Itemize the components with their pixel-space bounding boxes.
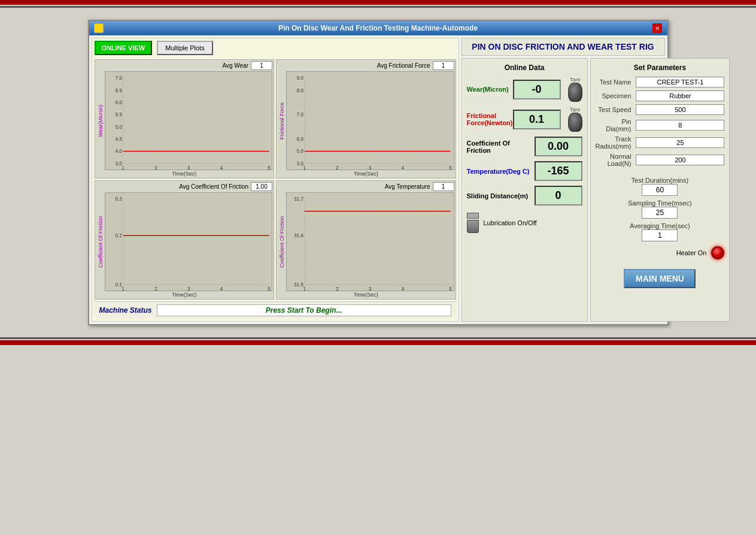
title-bar: Pin On Disc Wear And Friction Testing Ma… <box>89 21 667 35</box>
lubrication-icon-body <box>467 220 479 233</box>
main-window: Pin On Disc Wear And Friction Testing Ma… <box>88 20 669 325</box>
wear-row: Wear(Micron) -0 Tare <box>467 77 582 102</box>
heater-row: Heater On <box>596 246 725 259</box>
chart-temp-wrapper: Coefficient Of Friction <box>278 192 454 291</box>
right-content: Online Data Wear(Micron) -0 Tare <box>462 58 665 322</box>
svg-text:3: 3 <box>369 165 372 170</box>
ff-tare-knob[interactable] <box>568 113 582 132</box>
test-duration-group: Test Duration(mins) <box>596 177 725 196</box>
test-speed-label: Test Speed <box>596 106 631 113</box>
pin-dia-label: Pin Dia(mm) <box>596 118 631 132</box>
wear-value: -0 <box>513 80 561 99</box>
chart-temp-y-label: Coefficient Of Friction <box>278 192 286 291</box>
svg-text:1: 1 <box>303 165 306 170</box>
svg-text:3: 3 <box>187 165 190 170</box>
chart-wear-svg: 7.0 6.5 6.0 5.5 5.0 4.5 4.0 3.0 1 2 <box>105 72 272 170</box>
plot-coeff: Avg Coefficient Of Friction Coefficient … <box>95 180 275 300</box>
online-view-button[interactable]: ONLINE VIEW <box>95 41 153 55</box>
svg-text:1: 1 <box>303 286 306 291</box>
track-radius-value[interactable] <box>636 137 724 148</box>
heater-indicator <box>711 246 724 259</box>
track-radius-row: Track Radius(mm) <box>596 135 725 150</box>
averaging-time-value[interactable] <box>642 229 678 241</box>
left-panel: ONLINE VIEW Multiple Plots Avg Wear Wear… <box>92 38 459 322</box>
lubrication-label: Lubrication On/Off <box>484 219 537 226</box>
multiple-plots-button[interactable]: Multiple Plots <box>157 41 212 55</box>
avg-temp-value[interactable] <box>433 182 454 191</box>
online-data-section: Online Data Wear(Micron) -0 Tare <box>462 58 588 322</box>
averaging-time-label: Averaging Time(sec) <box>630 222 690 229</box>
normal-load-label: Normal Load(N) <box>596 153 631 167</box>
specimen-value[interactable] <box>636 90 724 101</box>
test-speed-value[interactable] <box>636 104 724 115</box>
plot-header-coeff: Avg Coefficient Of Friction <box>96 182 273 191</box>
avg-coeff-value[interactable] <box>251 182 272 191</box>
machine-status-label: Machine Status <box>99 306 152 315</box>
svg-text:3: 3 <box>369 286 372 291</box>
chart-temp-x-label: Time(Sec) <box>278 292 454 298</box>
svg-text:5: 5 <box>268 165 271 170</box>
chart-wear-y-label: Wear(Micron) <box>96 71 105 170</box>
window-body: ONLINE VIEW Multiple Plots Avg Wear Wear… <box>89 35 667 324</box>
window-icon <box>94 23 104 33</box>
plot-avg-wear: Avg Wear Wear(Micron) <box>95 59 275 179</box>
svg-text:0.3: 0.3 <box>115 197 122 202</box>
chart-coeff-wrapper: Coefficient Of Friction <box>96 192 273 291</box>
test-name-value[interactable] <box>636 77 724 87</box>
svg-text:2: 2 <box>154 286 157 291</box>
test-duration-label: Test Duration(mins) <box>631 177 688 184</box>
specimen-label: Specimen <box>596 92 631 99</box>
svg-text:5: 5 <box>268 286 271 291</box>
svg-text:7.0: 7.0 <box>115 75 122 81</box>
plot-header-temp: Avg Temperature <box>278 182 454 191</box>
track-radius-label: Track Radius(mm) <box>596 135 631 150</box>
avg-wear-label: Avg Wear <box>222 62 248 69</box>
chart-coeff-inner: 0.3 0.2 0.1 1 2 3 4 5 <box>105 192 273 291</box>
bottom-bar1 <box>0 337 756 339</box>
normal-load-row: Normal Load(N) <box>596 153 725 167</box>
ff-tare: Tare <box>568 107 582 132</box>
main-menu-button[interactable]: MAIN MENU <box>624 269 696 288</box>
chart-temp-inner: 31.7 31.6 31.5 1 2 3 4 5 <box>286 192 454 291</box>
test-duration-value[interactable] <box>642 184 678 196</box>
sampling-time-value[interactable] <box>642 207 678 219</box>
close-button[interactable]: ✕ <box>652 23 662 33</box>
svg-text:4.5: 4.5 <box>115 137 122 142</box>
sliding-row: Sliding Distance(m) 0 <box>467 186 582 205</box>
duration-params: Test Duration(mins) Sampling Time(msec) … <box>596 177 725 241</box>
ff-value: 0.1 <box>513 110 561 129</box>
coeff-row: Coefficient Of Friction 0.00 <box>467 137 582 156</box>
normal-load-value[interactable] <box>636 155 724 165</box>
avg-temp-label: Avg Temperature <box>385 183 430 190</box>
chart-coeff-svg: 0.3 0.2 0.1 1 2 3 4 5 <box>105 193 272 291</box>
plot-temperature: Avg Temperature Coefficient Of Friction <box>276 180 456 300</box>
svg-text:6.0: 6.0 <box>297 137 304 142</box>
pin-dia-value[interactable] <box>636 120 724 131</box>
avg-wear-value[interactable] <box>251 61 272 70</box>
avg-coeff-label: Avg Coefficient Of Friction <box>179 183 248 190</box>
avg-ff-value[interactable] <box>433 61 454 70</box>
plots-grid: Avg Wear Wear(Micron) <box>95 59 456 300</box>
svg-text:1: 1 <box>122 286 125 291</box>
svg-text:31.5: 31.5 <box>294 282 303 288</box>
svg-text:8.0: 8.0 <box>297 88 304 93</box>
chart-ff-inner: 9.0 8.0 7.0 6.0 5.0 3.0 1 2 3 4 5 <box>286 71 454 170</box>
wear-tare-knob[interactable] <box>568 83 582 102</box>
svg-text:7.0: 7.0 <box>297 112 304 117</box>
lubrication-row: Lubrication On/Off <box>467 213 582 233</box>
svg-text:1: 1 <box>122 165 125 170</box>
temp-label: Temperature(Deg C) <box>467 168 535 175</box>
svg-text:2: 2 <box>336 165 339 170</box>
wear-tare: Tare <box>568 77 582 102</box>
chart-ff-y-label: Frictional Force <box>278 71 286 170</box>
svg-text:6.0: 6.0 <box>115 100 122 105</box>
rig-title: PIN ON DISC FRICTION AND WEAR TEST RIG <box>466 42 661 52</box>
window-title: Pin On Disc Wear And Friction Testing Ma… <box>278 24 478 32</box>
machine-status-value: Press Start To Begin... <box>157 304 451 316</box>
ff-label: Frictional Force(Newton) <box>467 112 513 126</box>
main-menu-row: MAIN MENU <box>596 269 725 288</box>
sliding-label: Sliding Distance(m) <box>467 192 529 200</box>
pin-dia-row: Pin Dia(mm) <box>596 118 725 132</box>
svg-text:2: 2 <box>154 165 157 170</box>
lubrication-icon-top <box>467 213 479 219</box>
